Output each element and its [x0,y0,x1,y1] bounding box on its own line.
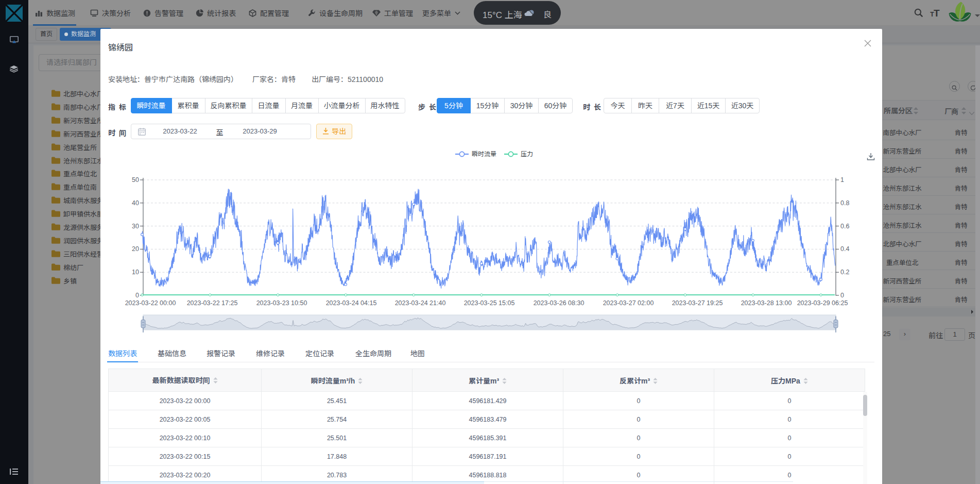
svg-text:0.2: 0.2 [840,269,849,276]
svg-text:2023-03-22 17:25: 2023-03-22 17:25 [187,299,238,307]
svg-text:0.4: 0.4 [840,245,849,253]
svg-text:2023-03-23 10:50: 2023-03-23 10:50 [256,299,307,307]
svg-text:2023-03-25 15:05: 2023-03-25 15:05 [464,299,515,307]
svg-text:0: 0 [135,292,139,299]
svg-text:50: 50 [132,176,139,183]
svg-text:2023-03-28 13:00: 2023-03-28 13:00 [741,299,792,307]
svg-text:0.6: 0.6 [840,223,849,230]
svg-text:1: 1 [840,176,844,183]
svg-text:2023-03-27 19:25: 2023-03-27 19:25 [672,299,723,307]
svg-text:2023-03-24 04:15: 2023-03-24 04:15 [326,299,377,307]
svg-text:0.8: 0.8 [840,199,849,207]
svg-text:2023-03-22 00:00: 2023-03-22 00:00 [125,299,176,307]
svg-text:2023-03-24 21:40: 2023-03-24 21:40 [395,299,446,307]
svg-text:30: 30 [132,223,139,230]
svg-text:20: 20 [132,245,139,253]
svg-text:40: 40 [132,199,139,207]
svg-text:2023-03-26 08:30: 2023-03-26 08:30 [534,299,584,307]
svg-text:T: T [934,8,940,18]
svg-text:2023-03-29 06:25: 2023-03-29 06:25 [797,299,848,307]
svg-text:0: 0 [840,292,844,299]
svg-text:2023-03-27 02:00: 2023-03-27 02:00 [603,299,654,307]
svg-text:10: 10 [132,269,139,276]
